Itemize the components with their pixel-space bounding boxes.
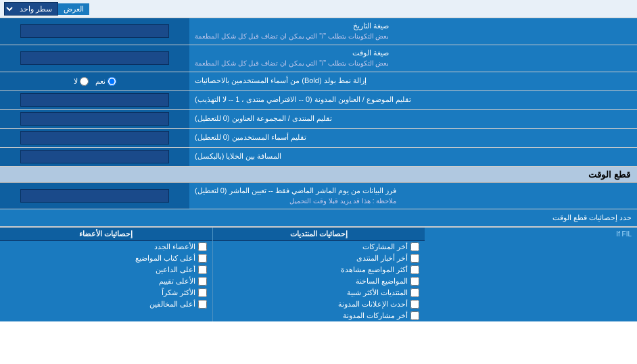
time-format-input[interactable]: H:i [20, 51, 169, 65]
forums-stat-checkbox-3[interactable] [410, 277, 419, 286]
bold-remove-label: إزالة نمط بولد (Bold) من أسماء المستخدمي… [189, 72, 637, 90]
empty-col: If FIL [425, 228, 637, 321]
forums-stat-item-1: أخر أخبار المنتدى [213, 253, 425, 264]
forums-stat-checkbox-6[interactable] [410, 311, 419, 320]
members-stat-item-5: أعلى المخالفين [0, 298, 212, 310]
forums-stat-checkbox-1[interactable] [410, 254, 419, 263]
date-format-input[interactable]: d-m [20, 24, 169, 38]
cutoff-input[interactable]: 0 [20, 189, 169, 203]
members-stat-checkbox-2[interactable] [198, 265, 207, 274]
if-fil-text: If FIL [425, 228, 637, 240]
forums-stat-item-2: أكثر المواضيع مشاهدة [213, 264, 425, 276]
display-label: العرض [58, 3, 89, 15]
forums-stat-checkbox-2[interactable] [410, 265, 419, 274]
members-stat-checkbox-4[interactable] [198, 288, 207, 297]
forums-stat-checkbox-4[interactable] [410, 288, 419, 297]
cutoff-section-header: قطع الوقت [0, 167, 637, 183]
bold-yes-label[interactable]: نعم [95, 77, 116, 86]
limit-section-label: حدد إحصائيات قطع الوقت [0, 211, 637, 224]
bold-no-label[interactable]: لا [74, 77, 89, 86]
members-stat-item-3: الأعلى تقييم [0, 276, 212, 287]
members-stats-col: إحصائيات الأعضاء الأعضاء الجدد أعلى كتاب… [0, 228, 212, 321]
trim-usernames-label: تقليم أسماء المستخدمين (0 للتعطيل) [189, 129, 637, 147]
members-stat-checkbox-1[interactable] [198, 254, 207, 263]
date-format-label: صيغة التاريخبعض التكوينات يتطلب "/" التي… [189, 18, 637, 45]
bold-remove-radio-cell: نعم لا [0, 72, 189, 90]
trim-subject-input-cell: 33 [0, 91, 189, 109]
members-stat-item-4: الأكثر شكراً [0, 287, 212, 298]
bold-yes-radio[interactable] [108, 77, 116, 86]
limit-section-row: حدد إحصائيات قطع الوقت [0, 209, 637, 227]
cutoff-input-cell: 0 [0, 183, 189, 209]
forums-stat-item-5: أحدث الإعلانات المدونة [213, 298, 425, 310]
members-stat-checkbox-3[interactable] [198, 277, 207, 286]
forums-stats-header: إحصائيات المنتديات [213, 228, 425, 241]
trim-subject-label: تقليم الموضوع / العناوين المدونة (0 -- ا… [189, 91, 637, 109]
cutoff-label: فرز البيانات من يوم الماشر الماضي فقط --… [189, 183, 637, 209]
forums-stat-checkbox-5[interactable] [410, 300, 419, 309]
forums-stat-checkbox-0[interactable] [410, 242, 419, 251]
members-stat-item-0: الأعضاء الجدد [0, 241, 212, 253]
forums-stats-col: إحصائيات المنتديات أخر المشاركات أخر أخب… [212, 228, 425, 321]
bold-no-radio[interactable] [80, 77, 89, 86]
trim-forum-label: تقليم المنتدى / المجموعة العناوين (0 للت… [189, 110, 637, 128]
forums-stat-item-3: المواضيع الساخنة [213, 276, 425, 287]
members-stats-header: إحصائيات الأعضاء [0, 228, 212, 241]
forums-stat-item-4: المنتديات الأكثر شبية [213, 287, 425, 298]
trim-forum-input[interactable]: 33 [20, 112, 169, 126]
cell-spacing-label: المسافة بين الخلايا (بالبكسل) [189, 148, 637, 166]
trim-usernames-input-cell: 0 [0, 129, 189, 147]
cell-spacing-input[interactable]: 2 [20, 150, 169, 163]
cell-spacing-input-cell: 2 [0, 148, 189, 166]
date-format-input-cell: d-m [0, 18, 189, 45]
members-stat-item-1: أعلى كتاب المواضيع [0, 253, 212, 264]
checkboxes-grid: If FIL إحصائيات المنتديات أخر المشاركات … [0, 227, 637, 321]
time-format-input-cell: H:i [0, 45, 189, 72]
members-stat-checkbox-5[interactable] [198, 300, 207, 309]
trim-subject-input[interactable]: 33 [20, 93, 169, 107]
members-stat-checkbox-0[interactable] [198, 242, 207, 251]
trim-usernames-input[interactable]: 0 [20, 131, 169, 145]
display-select[interactable]: سطر واحد سطرين ثلاثة أسطر [4, 2, 58, 16]
forums-stat-item-0: أخر المشاركات [213, 241, 425, 253]
members-stat-item-2: أعلى الداعين [0, 264, 212, 276]
time-format-label: صيغة الوقتبعض التكوينات يتطلب "/" التي ي… [189, 45, 637, 72]
trim-forum-input-cell: 33 [0, 110, 189, 128]
forums-stat-item-6: أخر مشاركات المدونة [213, 310, 425, 321]
